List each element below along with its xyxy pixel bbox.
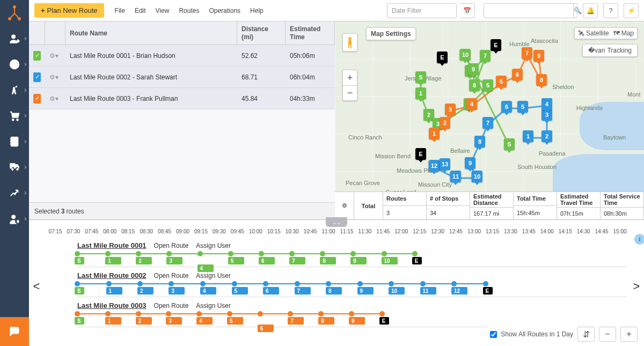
assign-user-link[interactable]: Assign User	[196, 302, 231, 310]
stats-gear-icon[interactable]: ⚙	[335, 192, 354, 219]
bolt-icon[interactable]: ⚡	[624, 3, 639, 18]
map-marker[interactable]: 4	[541, 98, 552, 110]
nav-orders[interactable]	[0, 103, 29, 129]
map-canvas[interactable]: Jersey VillageCinco RanchMission BendMea…	[335, 21, 644, 192]
lane-name[interactable]: Last Mile Route 0001	[77, 241, 147, 249]
map-marker[interactable]: 10	[460, 49, 471, 61]
menu-file[interactable]: File	[115, 7, 125, 14]
map-marker[interactable]: 1	[523, 130, 533, 142]
gantt-stop[interactable]: E	[379, 317, 389, 325]
nav-user-settings[interactable]	[0, 206, 29, 232]
map-marker[interactable]: 7	[522, 47, 532, 59]
gantt-stop[interactable]: 4	[197, 264, 214, 272]
gantt-zoom-out-button[interactable]: −	[599, 327, 616, 342]
route-row[interactable]: ✓⚙▾Last Mile Route 0002 - Sarah Stewart6…	[29, 67, 335, 88]
gantt-stop[interactable]: 10	[382, 257, 398, 264]
gantt-stop[interactable]: 5	[232, 287, 248, 295]
gantt-stop[interactable]: 7	[289, 257, 305, 264]
map-marker-end[interactable]: E	[415, 148, 426, 160]
map-marker[interactable]: S	[504, 138, 515, 150]
col-time[interactable]: Estimated Time	[286, 21, 335, 45]
help-icon[interactable]: ?	[603, 3, 618, 18]
gantt-stop[interactable]: 8	[326, 287, 342, 295]
gantt-fit-button[interactable]: ⇵	[577, 327, 595, 342]
map-marker[interactable]: 10	[472, 171, 482, 182]
gantt-stop[interactable]: 1	[105, 257, 121, 264]
gantt-stop[interactable]: 1	[106, 287, 122, 295]
gantt-stop[interactable]: 7	[288, 317, 304, 325]
gantt-stop[interactable]: 8	[318, 317, 334, 325]
nav-help[interactable]	[0, 51, 29, 77]
map-marker[interactable]: 11	[450, 171, 461, 182]
menu-help[interactable]: Help	[250, 7, 264, 14]
gantt-drawer-handle[interactable]: ⌄⌄	[326, 217, 347, 227]
gantt-stop[interactable]: 5	[228, 257, 244, 264]
map-settings-button[interactable]: Map Settings	[366, 27, 416, 40]
gantt-stop[interactable]: E	[412, 257, 422, 264]
assign-user-link[interactable]: Assign User	[196, 272, 231, 279]
calendar-icon[interactable]: 📅	[460, 3, 475, 18]
map-marker[interactable]: 8	[536, 74, 547, 86]
nav-address-book[interactable]	[0, 129, 29, 154]
map-marker[interactable]: 7	[480, 50, 491, 62]
open-route-link[interactable]: Open Route	[154, 242, 189, 249]
map-marker[interactable]: 4	[466, 98, 477, 110]
map-marker[interactable]: 13	[440, 158, 450, 170]
route-checkbox[interactable]: ✓	[33, 51, 41, 61]
gantt-stop[interactable]: 4	[196, 317, 213, 325]
map-marker[interactable]: S	[415, 71, 426, 83]
route-checkbox[interactable]: ✓	[33, 72, 41, 82]
satellite-toggle[interactable]: 🛰 Satellite	[578, 30, 609, 37]
gantt-stop[interactable]: 12	[451, 287, 467, 295]
nav-fleet[interactable]	[0, 154, 29, 180]
map-marker-end[interactable]: E	[491, 39, 501, 51]
map-marker[interactable]: 6	[501, 101, 512, 113]
search-icon[interactable]: 🔍	[573, 4, 582, 18]
tracking-button[interactable]: �van Tracking	[582, 44, 638, 57]
search-input[interactable]	[484, 7, 573, 14]
map-marker[interactable]: 5	[496, 76, 507, 87]
map-marker[interactable]: 3	[445, 104, 456, 115]
gantt-stop[interactable]: 2	[137, 287, 153, 295]
gantt-stop[interactable]: 7	[295, 287, 311, 295]
open-route-link[interactable]: Open Route	[154, 272, 189, 279]
menu-operations[interactable]: Operations	[209, 7, 240, 14]
map-marker[interactable]: 5	[517, 101, 528, 113]
gantt-stop[interactable]: 3	[169, 287, 185, 295]
col-distance[interactable]: Distance (mi)	[237, 21, 286, 45]
map-marker[interactable]: 9	[533, 50, 544, 62]
gantt-stop[interactable]: 6	[258, 325, 274, 332]
map-toggle[interactable]: 🗺 Map	[613, 30, 634, 37]
gantt-stop[interactable]: 2	[136, 317, 152, 325]
map-marker[interactable]: 1	[415, 87, 426, 99]
gantt-stop[interactable]: 4	[200, 287, 216, 295]
map-marker[interactable]: 2	[541, 130, 552, 142]
gantt-stop[interactable]: E	[483, 287, 493, 295]
gantt-stop[interactable]: 6	[259, 257, 275, 264]
route-gear-menu[interactable]: ⚙▾	[49, 52, 58, 60]
map-marker[interactable]: 8	[474, 136, 485, 148]
menu-routes[interactable]: Routes	[179, 7, 199, 14]
map-marker[interactable]: 6	[512, 69, 523, 80]
zoom-in-button[interactable]: +	[343, 70, 357, 85]
map-marker[interactable]: 7	[482, 117, 493, 129]
plan-new-route-button[interactable]: +Plan New Route	[34, 3, 104, 18]
col-route-name[interactable]: Route Name	[65, 21, 237, 45]
map-marker[interactable]: 2	[440, 117, 450, 129]
map-marker[interactable]: 8	[469, 79, 480, 91]
gantt-stop[interactable]: 10	[389, 287, 405, 295]
gantt-stop[interactable]: 9	[349, 317, 365, 325]
gantt-stop[interactable]: 3	[166, 317, 182, 325]
nav-chat[interactable]	[0, 317, 29, 346]
gantt-stop[interactable]: 6	[263, 287, 279, 295]
map-marker[interactable]: 9	[468, 63, 479, 75]
gantt-stop[interactable]: 8	[320, 257, 336, 264]
gantt-stop[interactable]: 9	[350, 257, 367, 264]
show-all-routes-checkbox[interactable]: Show All Routes in 1 Day	[488, 329, 573, 340]
zoom-out-button[interactable]: −	[343, 85, 357, 100]
gantt-stop[interactable]: 1	[105, 317, 121, 325]
gantt-zoom-in-button[interactable]: +	[620, 327, 638, 342]
map-marker[interactable]: 1	[429, 128, 440, 139]
route-gear-menu[interactable]: ⚙▾	[49, 73, 58, 81]
date-filter-input[interactable]: Date Filter	[387, 3, 457, 18]
